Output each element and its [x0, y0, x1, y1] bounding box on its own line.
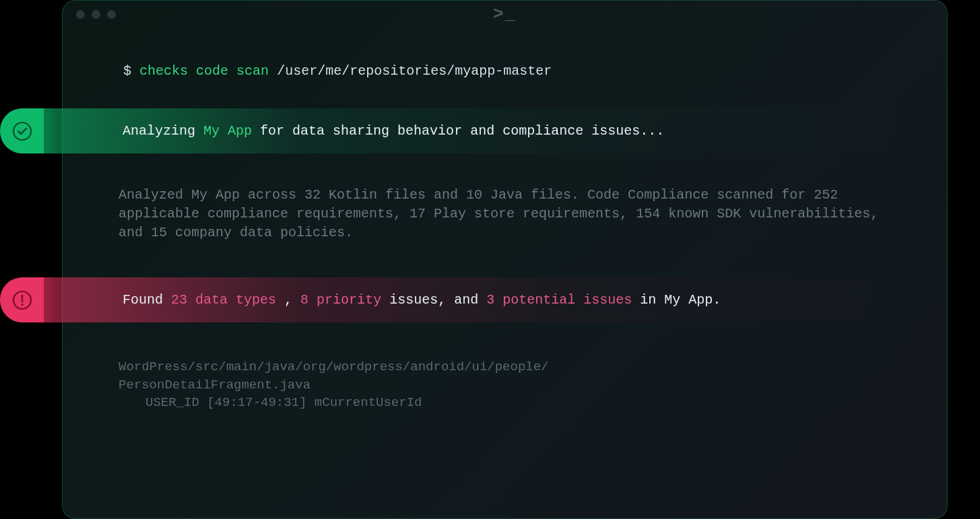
terminal-window: >_ $ checks code scan /user/me/repositor… — [62, 0, 948, 519]
analyzing-text: Analyzing My App for data sharing behavi… — [123, 123, 664, 139]
maximize-button[interactable] — [107, 10, 116, 19]
window-controls — [76, 10, 116, 19]
minimize-button[interactable] — [92, 10, 100, 19]
svg-point-0 — [13, 123, 31, 140]
command-line: $ checks code scan /user/me/repositories… — [123, 61, 886, 81]
findings-sep1: , — [284, 292, 292, 308]
output-line-1: WordPress/src/main/java/org/wordpress/an… — [119, 358, 549, 376]
analysis-summary: Analyzed My App across 32 Kotlin files a… — [119, 186, 893, 242]
output-line-2: PersonDetailFragment.java — [119, 376, 549, 394]
findings-mid: issues, and — [389, 292, 478, 308]
analyzing-app-name: My App — [203, 123, 252, 139]
findings-suffix: in My App. — [640, 292, 721, 308]
analyzing-prefix: Analyzing — [123, 123, 195, 139]
analyzing-banner: Analyzing My App for data sharing behavi… — [0, 108, 980, 153]
findings-banner: Found 23 data types , 8 priority issues,… — [0, 277, 980, 322]
code-output: WordPress/src/main/java/org/wordpress/an… — [119, 358, 549, 412]
command-scan: scan — [236, 63, 269, 79]
findings-potential: 3 potential issues — [486, 292, 632, 308]
terminal-content: $ checks code scan /user/me/repositories… — [63, 28, 947, 81]
prompt-symbol: $ — [123, 63, 131, 79]
command-path: /user/me/repositories/myapp-master — [277, 63, 552, 79]
close-button[interactable] — [76, 10, 85, 19]
terminal-prompt-icon: >_ — [493, 4, 517, 24]
command-checks: checks — [139, 63, 188, 79]
success-badge — [0, 108, 44, 153]
titlebar: >_ — [63, 1, 947, 28]
output-line-3: USER_ID [49:17-49:31] mCurrentUserId — [119, 394, 549, 412]
findings-prefix: Found — [123, 292, 163, 308]
findings-priority: 8 priority — [300, 292, 381, 308]
warning-badge — [0, 277, 44, 322]
findings-data-types: 23 data types — [171, 292, 276, 308]
checkmark-circle-icon — [11, 120, 33, 142]
alert-circle-icon — [11, 289, 33, 311]
svg-point-3 — [21, 303, 23, 305]
analyzing-suffix: for data sharing behavior and compliance… — [260, 123, 664, 139]
command-code: code — [196, 63, 228, 79]
findings-text: Found 23 data types , 8 priority issues,… — [123, 292, 721, 308]
